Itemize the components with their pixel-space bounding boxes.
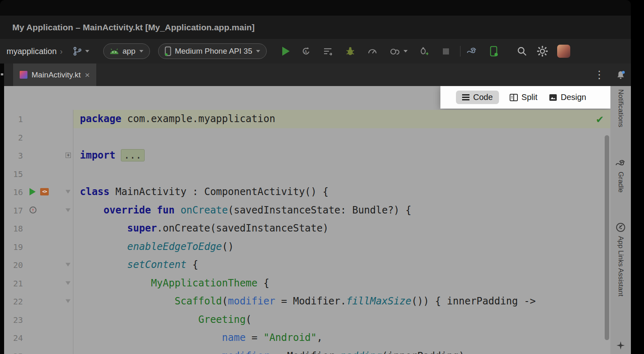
code-line[interactable]: 20 setContent {: [4, 256, 610, 274]
compose-gutter-icon[interactable]: [40, 188, 49, 195]
line-number: 22: [4, 293, 23, 311]
device-selector[interactable]: Medium Phone API 35: [158, 43, 267, 59]
sidebar-item-ai-assistant[interactable]: [610, 341, 631, 350]
fold-marker-icon[interactable]: [66, 263, 70, 267]
sync-gradle-button[interactable]: [466, 45, 478, 57]
view-mode-code-button[interactable]: Code: [456, 91, 499, 104]
user-avatar[interactable]: [557, 45, 570, 58]
run-button[interactable]: [282, 47, 290, 56]
code-text[interactable]: import ...: [73, 146, 610, 165]
code-text[interactable]: override fun onCreate(savedInstanceState…: [73, 201, 610, 220]
profiler-gauge-icon: [367, 46, 378, 57]
editor-scrollbar[interactable]: [605, 135, 609, 340]
run-gutter-icon[interactable]: [29, 188, 36, 195]
fold-marker-icon[interactable]: [66, 190, 70, 194]
code-line[interactable]: 18 super.onCreate(savedInstanceState): [4, 219, 610, 238]
view-mode-design-button[interactable]: Design: [549, 93, 586, 102]
chevron-down-icon: [139, 50, 143, 52]
gutter: 22: [4, 292, 73, 311]
apply-changes-button[interactable]: A: [300, 45, 312, 57]
profiler-button[interactable]: [367, 45, 378, 57]
sidebar-item-notifications[interactable]: Notifications: [610, 89, 631, 127]
chevron-down-icon[interactable]: [404, 50, 408, 52]
notifications-label: Notifications: [617, 89, 625, 127]
main-toolbar: myapplication › app: [0, 39, 631, 64]
code-line[interactable]: 17 override fun onCreate(savedInstanceSt…: [4, 201, 610, 220]
code-text[interactable]: name = "Android",: [73, 329, 610, 347]
code-text[interactable]: MyApplicationTheme {: [73, 274, 610, 293]
code-line[interactable]: 1package com.example.myapplication: [4, 110, 610, 128]
design-view-icon: [549, 94, 557, 101]
apply-code-changes-button[interactable]: [322, 45, 334, 57]
code-lines[interactable]: 1package com.example.myapplication23impo…: [4, 110, 610, 354]
view-mode-split-button[interactable]: Split: [510, 93, 537, 102]
line-number: 24: [4, 329, 23, 347]
fold-marker-icon[interactable]: [66, 281, 70, 285]
settings-button[interactable]: [537, 45, 548, 57]
sidebar-item-app-links-assistant[interactable]: App Links Assistant: [610, 222, 631, 296]
close-tab-icon[interactable]: ×: [85, 70, 90, 80]
run-configuration-selector[interactable]: app: [103, 43, 150, 59]
gutter: 23: [4, 311, 73, 329]
settings-gear-icon: [537, 45, 548, 57]
gradle-sync-icon: [466, 46, 478, 56]
code-text[interactable]: modifier = Modifier.padding(innerPadding…: [73, 347, 610, 354]
code-line[interactable]: 23 Greeting(: [4, 311, 610, 329]
design-view-label: Design: [561, 93, 586, 102]
editor-tab-bar: MainActivity.kt × ⋮: [4, 64, 610, 86]
code-text[interactable]: enableEdgeToEdge(): [73, 238, 610, 256]
attach-debugger-button[interactable]: [418, 45, 430, 57]
gutter: 21: [4, 274, 73, 293]
code-line[interactable]: 21 MyApplicationTheme {: [4, 274, 610, 293]
run-configuration-label: app: [122, 47, 136, 56]
code-text[interactable]: class MainActivity : ComponentActivity()…: [73, 183, 610, 201]
search-button[interactable]: [516, 45, 528, 57]
override-gutter-icon[interactable]: [29, 206, 36, 213]
sidebar-item-gradle[interactable]: Gradle: [610, 159, 631, 193]
gutter: 15: [4, 165, 73, 183]
notifications-corner[interactable]: [610, 64, 631, 86]
gutter: 17: [4, 201, 73, 220]
gutter: 1: [4, 110, 73, 128]
profiler-options-button[interactable]: [389, 45, 400, 57]
code-text[interactable]: Scaffold(modifier = Modifier.fillMaxSize…: [73, 292, 610, 311]
code-editor[interactable]: Code Split Design 1package com.exampl: [4, 86, 610, 354]
code-line[interactable]: 16class MainActivity : ComponentActivity…: [4, 183, 610, 201]
device-manager-icon: [490, 46, 498, 57]
vcs-widget[interactable]: [73, 46, 89, 56]
code-text[interactable]: [73, 165, 610, 183]
split-view-label: Split: [522, 93, 537, 102]
code-line[interactable]: 3import ...: [4, 146, 610, 165]
tab-mainactivity[interactable]: MainActivity.kt ×: [13, 64, 96, 86]
stripe-handle[interactable]: [1, 73, 3, 75]
fold-marker-icon[interactable]: [66, 208, 70, 212]
code-text[interactable]: setContent {: [73, 256, 610, 274]
line-number: 2: [4, 129, 23, 147]
code-line[interactable]: 2: [4, 128, 610, 147]
stop-button[interactable]: [440, 45, 452, 57]
code-text[interactable]: Greeting(: [73, 311, 610, 329]
line-number: 17: [4, 202, 23, 220]
line-number: 19: [4, 238, 23, 256]
device-streaming-icon: [389, 46, 400, 57]
fold-marker-icon[interactable]: [66, 153, 71, 158]
fold-marker-icon[interactable]: [66, 300, 70, 303]
apply-changes-icon: A: [301, 46, 311, 57]
tab-options-kebab-icon[interactable]: ⋮: [594, 68, 605, 81]
code-line[interactable]: 15: [4, 165, 610, 183]
debug-button[interactable]: [345, 45, 356, 57]
code-view-label: Code: [473, 93, 493, 102]
notifications-bell-icon: [616, 70, 626, 80]
code-text[interactable]: super.onCreate(savedInstanceState): [73, 219, 610, 238]
inspection-status-check-icon[interactable]: ✔: [596, 114, 604, 125]
code-text[interactable]: package com.example.myapplication: [73, 110, 610, 128]
device-manager-button[interactable]: [488, 45, 500, 57]
device-label: Medium Phone API 35: [175, 47, 252, 56]
code-line[interactable]: 25 modifier = Modifier.padding(innerPadd…: [4, 347, 610, 354]
vcs-branch-icon: [73, 46, 82, 56]
code-line[interactable]: 19 enableEdgeToEdge(): [4, 238, 610, 256]
code-line[interactable]: 24 name = "Android",: [4, 329, 610, 347]
project-widget[interactable]: myapplication: [7, 47, 57, 56]
code-line[interactable]: 22 Scaffold(modifier = Modifier.fillMaxS…: [4, 292, 610, 311]
code-text[interactable]: [73, 128, 610, 147]
